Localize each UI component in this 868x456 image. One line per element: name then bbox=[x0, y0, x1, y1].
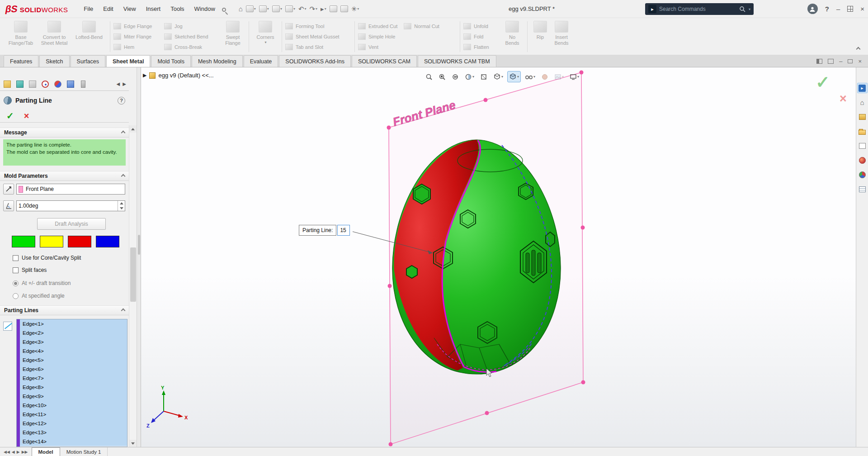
scroll-down-icon[interactable] bbox=[129, 440, 137, 447]
section-view-icon[interactable]: ▾ bbox=[463, 71, 476, 82]
parting-line-callout[interactable]: Parting Line: 15 bbox=[299, 225, 350, 236]
tab-scroll-left-icon[interactable]: ◀ bbox=[117, 81, 120, 86]
insert-bends-button[interactable]: Insert Bends bbox=[550, 19, 573, 54]
parting-line-edge-item[interactable]: Edge<5> bbox=[20, 356, 127, 365]
propertymanager-tab[interactable] bbox=[15, 80, 24, 89]
spin-down-icon[interactable] bbox=[120, 207, 123, 209]
view-orientation-icon[interactable]: ▾ bbox=[491, 71, 505, 82]
attachments-button[interactable] bbox=[329, 5, 338, 13]
parting-line-edge-item[interactable]: Edge<8> bbox=[20, 383, 127, 392]
configurationmanager-tab[interactable] bbox=[28, 80, 37, 89]
edit-appearance-icon[interactable] bbox=[539, 71, 550, 82]
parting-line-edge-item[interactable]: Edge<6> bbox=[20, 365, 127, 374]
angle-spinner[interactable] bbox=[118, 201, 125, 211]
pane-right-icon[interactable] bbox=[828, 59, 834, 64]
panel-scrollbar[interactable] bbox=[129, 125, 137, 447]
display-style-icon[interactable]: ▾ bbox=[507, 71, 521, 82]
view-selector-icon[interactable] bbox=[478, 71, 489, 82]
help-icon[interactable]: ? bbox=[825, 5, 829, 13]
corners-dropdown-icon[interactable]: ▾ bbox=[264, 40, 266, 44]
model-view[interactable]: Front Plane bbox=[141, 67, 856, 447]
zoom-to-area-icon[interactable] bbox=[437, 71, 448, 82]
displaymanager-tab[interactable] bbox=[53, 80, 62, 89]
parting-line-edge-item[interactable]: Edge<4> bbox=[20, 347, 127, 356]
parting-line-edge-item[interactable]: Edge<14> bbox=[20, 437, 127, 446]
jog-button[interactable]: Jog bbox=[164, 22, 220, 30]
hide-show-items-icon[interactable]: ▾ bbox=[523, 71, 537, 82]
radio-icon[interactable] bbox=[13, 293, 19, 299]
lofted-bend-button[interactable]: Lofted-Bend bbox=[71, 19, 107, 54]
plane-handle[interactable] bbox=[484, 98, 488, 102]
parting-line-edges-listbox[interactable]: Edge<1> Edge<2> Edge<3> Edge<4> Edge<5> … bbox=[16, 319, 127, 447]
mold-parameters-section-header[interactable]: Mold Parameters bbox=[0, 171, 129, 181]
extruded-cut-button[interactable]: Extruded Cut bbox=[358, 22, 397, 30]
sheet-metal-gusset-button[interactable]: Sheet Metal Gusset bbox=[285, 32, 351, 41]
user-profile-icon[interactable] bbox=[807, 4, 818, 14]
cancel-button[interactable]: × bbox=[24, 111, 29, 120]
straddle-faces-swatch[interactable] bbox=[96, 236, 119, 247]
print-button[interactable]: ▾ bbox=[284, 5, 296, 13]
plane-handle[interactable] bbox=[389, 442, 393, 446]
core-cavity-split-option[interactable]: Use for Core/Cavity Split bbox=[13, 255, 81, 261]
apply-scene-icon[interactable]: ▾ bbox=[552, 71, 566, 82]
flyout-expand-icon[interactable]: ▶ bbox=[143, 72, 146, 78]
sheet-properties-button[interactable] bbox=[340, 5, 349, 13]
tab-surfaces[interactable]: Surfaces bbox=[71, 55, 105, 67]
menu-edit[interactable]: Edit bbox=[98, 3, 118, 14]
new-document-button[interactable]: ▾ bbox=[245, 5, 257, 13]
scroll-up-icon[interactable] bbox=[129, 125, 137, 133]
graphics-viewport[interactable]: Front Plane bbox=[141, 67, 856, 447]
dimxpertmanager-tab[interactable] bbox=[41, 80, 50, 89]
search-dropdown-icon[interactable]: ▾ bbox=[749, 7, 750, 11]
view-settings-icon[interactable]: ▾ bbox=[568, 71, 581, 82]
no-bends-button[interactable]: No Bends bbox=[500, 19, 524, 54]
tab-solidworks-cam-tbm[interactable]: SOLIDWORKS CAM TBM bbox=[418, 55, 496, 67]
parting-line-edge-item[interactable]: Edge<7> bbox=[20, 374, 127, 383]
flatten-button[interactable]: Flatten bbox=[463, 43, 500, 51]
parting-line-edge-item[interactable]: Edge<12> bbox=[20, 419, 127, 428]
plane-handle[interactable] bbox=[485, 411, 489, 415]
vent-button[interactable]: Vent bbox=[358, 43, 457, 51]
cam-operation-tree-tab[interactable] bbox=[79, 80, 88, 89]
design-library-tab[interactable] bbox=[857, 112, 868, 122]
draft-analysis-button[interactable]: Draft Analysis bbox=[37, 218, 106, 230]
parting-line-edge-item[interactable]: Edge<13> bbox=[20, 428, 127, 437]
solidworks-resources-tab[interactable]: ▸ bbox=[857, 83, 868, 93]
save-button[interactable]: ▾ bbox=[271, 5, 283, 13]
pin-menu-icon[interactable] bbox=[222, 8, 226, 12]
window-layout-icon[interactable] bbox=[847, 6, 853, 12]
plane-handle[interactable] bbox=[581, 380, 585, 385]
miter-flange-button[interactable]: Miter Flange bbox=[113, 32, 164, 41]
ok-button[interactable]: ✓ bbox=[6, 111, 14, 120]
doc-minimize-icon[interactable]: – bbox=[839, 58, 842, 65]
next-tab-icon[interactable]: ▶ bbox=[17, 450, 20, 454]
undo-button[interactable]: ↶▾ bbox=[297, 5, 307, 13]
plane-handle[interactable] bbox=[581, 226, 585, 230]
select-button[interactable]: ▸▾ bbox=[320, 5, 327, 13]
close-button[interactable]: × bbox=[860, 5, 864, 13]
tab-sketch[interactable]: Sketch bbox=[39, 55, 69, 67]
plane-handle[interactable] bbox=[387, 126, 391, 130]
model-tab[interactable]: Model bbox=[32, 447, 60, 456]
feature-tree-flyout[interactable]: ▶ egg v9 (Default) <<... bbox=[143, 72, 214, 79]
view-palette-tab[interactable] bbox=[857, 141, 868, 151]
options-button[interactable]: ✳▾ bbox=[350, 5, 360, 13]
motion-study-tab[interactable]: Motion Study 1 bbox=[60, 447, 108, 456]
cross-break-button[interactable]: Cross-Break bbox=[164, 43, 220, 51]
menu-file[interactable]: File bbox=[79, 3, 98, 14]
tab-features[interactable]: Features bbox=[4, 55, 38, 67]
file-explorer-tab[interactable] bbox=[857, 126, 868, 137]
checkbox-icon[interactable] bbox=[13, 267, 19, 273]
negative-draft-swatch[interactable] bbox=[68, 236, 91, 247]
spin-up-icon[interactable] bbox=[120, 202, 123, 204]
tab-mesh-modeling[interactable]: Mesh Modeling bbox=[192, 55, 243, 67]
tab-and-slot-button[interactable]: Tab and Slot bbox=[285, 43, 351, 51]
parting-line-edge-item[interactable]: Edge<9> bbox=[20, 392, 127, 401]
direction-of-pull-field[interactable]: Front Plane bbox=[16, 184, 125, 195]
unfold-button[interactable]: Unfold bbox=[463, 22, 500, 30]
draft-angle-field[interactable]: 1.00deg bbox=[16, 200, 125, 211]
confirmation-ok-button[interactable]: ✓ bbox=[816, 74, 830, 91]
appearances-tab[interactable] bbox=[857, 155, 868, 166]
panel-splitter[interactable] bbox=[137, 67, 141, 447]
base-flange-button[interactable]: Base Flange/Tab bbox=[5, 19, 37, 54]
